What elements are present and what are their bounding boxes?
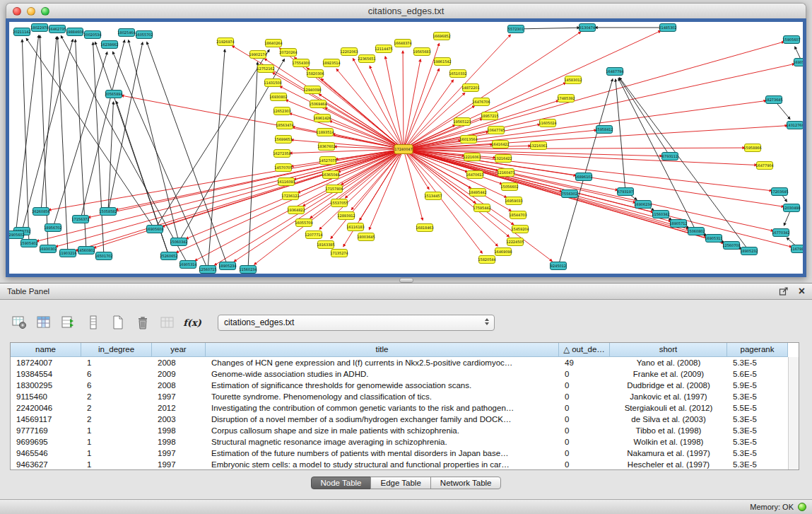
tab-edge-table[interactable]: Edge Table — [370, 477, 430, 489]
graph-node[interactable]: 15820306 — [306, 70, 324, 78]
graph-node[interactable]: 16055709 — [295, 219, 312, 227]
graph-node[interactable]: 16365048 — [322, 171, 339, 179]
graph-node[interactable]: 15537055 — [330, 199, 348, 207]
graph-node[interactable]: 16905311 — [705, 235, 722, 243]
graph-node[interactable]: 18495442 — [469, 189, 486, 197]
table-row[interactable]: 1938455462009Genome-wide association stu… — [11, 368, 799, 380]
graph-node[interactable]: 18544703 — [509, 211, 526, 219]
graph-node[interactable]: 15459204 — [511, 226, 529, 233]
tab-node-table[interactable]: Node Table — [311, 477, 372, 489]
graph-node[interactable]: 16905314 — [179, 261, 196, 269]
graph-node[interactable]: 17554300 — [292, 59, 310, 67]
network-canvas[interactable]: 1724004712114475166483741956568322365651… — [9, 22, 803, 274]
graph-node[interactable]: 18367602 — [317, 143, 335, 151]
graph-node[interactable]: 12560715 — [199, 266, 216, 274]
table-mode-icon[interactable] — [59, 313, 78, 332]
graph-node[interactable]: 15058582 — [99, 208, 117, 216]
graph-node[interactable]: 17156372 — [71, 216, 89, 223]
graph-node[interactable]: 11893514 — [316, 129, 334, 136]
column-header-out-degree[interactable]: △ out_de… — [559, 343, 610, 357]
graph-node[interactable]: 12652303 — [273, 107, 290, 115]
graph-node[interactable]: 12893912 — [337, 212, 355, 220]
graph-node[interactable]: 19364822 — [287, 206, 305, 214]
graph-node[interactable]: 12030498 — [782, 204, 800, 212]
graph-node[interactable]: 14560802 — [77, 247, 95, 255]
graph-node[interactable]: 6793197 — [618, 188, 634, 196]
graph-node[interactable]: 12160473 — [497, 169, 514, 177]
close-panel-icon[interactable]: × — [799, 286, 805, 296]
graph-node[interactable]: 14312768 — [786, 122, 803, 129]
graph-node[interactable]: 19884608 — [66, 28, 83, 36]
table-row[interactable]: 911546021997Tourette syndrome. Phenomeno… — [11, 391, 799, 402]
graph-node[interactable]: 18905712 — [669, 220, 687, 228]
graph-node[interactable]: 17203645 — [770, 188, 788, 196]
graph-node[interactable]: 18025464 — [117, 29, 135, 37]
graph-node[interactable]: 14583012 — [564, 76, 582, 84]
graph-node[interactable]: 16055702 — [135, 31, 153, 39]
row-tools-icon[interactable] — [84, 313, 102, 332]
graph-node[interactable]: 12940098 — [303, 86, 321, 94]
graph-node[interactable]: 11560234 — [239, 266, 257, 274]
table-selector-dropdown[interactable]: citations_edges.txt — [218, 315, 495, 331]
panel-splitter-handle[interactable] — [399, 278, 413, 283]
graph-node[interactable]: 15820544 — [478, 256, 495, 264]
graph-node[interactable]: 15905607 — [782, 36, 800, 44]
graph-node[interactable]: 8130474 — [579, 24, 596, 32]
table-row[interactable]: 1830029562008Estimation of significance … — [11, 380, 799, 391]
graph-node[interactable]: 22365651 — [358, 55, 375, 63]
graph-node[interactable]: 16272358 — [273, 150, 290, 158]
table-row[interactable]: 969969511998Structural magnetic resonanc… — [11, 436, 799, 448]
graph-node[interactable]: 17135274 — [330, 250, 348, 257]
graph-node[interactable]: 18022978 — [30, 24, 48, 32]
table-row[interactable]: 946362711997Embryonic stem cells: a mode… — [11, 459, 799, 470]
table-row[interactable]: 1456911722003Disruption of a novel membe… — [11, 414, 799, 425]
graph-node[interactable]: 16905608 — [146, 226, 163, 233]
graph-node[interactable]: 20720264 — [279, 49, 297, 57]
column-header-title[interactable]: title — [206, 343, 559, 357]
graph-node[interactable]: 16476706 — [472, 98, 490, 106]
graph-node[interactable]: 16896102 — [575, 173, 592, 181]
graph-node[interactable]: 12202063 — [340, 48, 358, 56]
graph-node[interactable]: 26260856 — [32, 208, 49, 216]
graph-node[interactable]: 17240047 — [394, 145, 413, 154]
graph-node[interactable]: 17236122 — [281, 192, 299, 200]
column-header-in-degree[interactable]: in_degree — [81, 343, 152, 357]
graph-node[interactable]: 18905232 — [740, 247, 758, 255]
graph-node[interactable]: 18003645 — [357, 233, 375, 241]
graph-node[interactable]: 12752162 — [257, 65, 274, 73]
table-vertical-scrollbar[interactable] — [788, 357, 799, 469]
graph-node[interactable]: 18957215 — [481, 112, 498, 120]
delete-column-icon[interactable] — [134, 313, 152, 332]
function-builder-icon[interactable]: f(x) — [183, 313, 201, 332]
graph-node[interactable]: 21485302 — [659, 24, 676, 32]
window-titlebar[interactable]: citations_edges.txt — [6, 3, 806, 18]
table-row[interactable]: 946554611997Estimation of the future num… — [11, 448, 799, 459]
tab-network-table[interactable]: Network Table — [430, 477, 502, 489]
graph-node[interactable]: 13216422 — [494, 155, 512, 163]
graph-node[interactable]: 16906234 — [634, 201, 652, 209]
graph-node[interactable]: 16477904 — [755, 162, 773, 170]
graph-node[interactable]: 16462735 — [48, 25, 66, 33]
graph-node[interactable]: 12560708 — [722, 242, 740, 250]
graph-node[interactable]: 18563474 — [276, 122, 293, 129]
graph-node[interactable]: 19902174 — [249, 51, 266, 59]
create-column-icon[interactable] — [109, 313, 127, 332]
graph-node[interactable]: 20565894 — [105, 90, 122, 98]
graph-node[interactable]: 16116183 — [346, 223, 364, 231]
graph-node[interactable]: 19861542 — [433, 58, 451, 66]
zoom-window-button[interactable] — [41, 7, 49, 16]
graph-node[interactable]: 5572301 — [508, 25, 524, 33]
graph-node[interactable]: 16013564 — [459, 136, 477, 144]
float-panel-icon[interactable] — [779, 286, 789, 296]
graph-node[interactable]: 15134457 — [424, 192, 442, 200]
graph-node[interactable]: 11679802 — [790, 245, 803, 253]
graph-node[interactable]: 6793112 — [662, 153, 678, 160]
graph-node[interactable]: 11431508 — [264, 79, 281, 87]
table-row[interactable]: 2242004622012Investigating the contribut… — [11, 402, 799, 414]
graph-node[interactable]: 18905234 — [218, 262, 236, 270]
graph-node[interactable]: 16696852 — [433, 33, 450, 40]
graph-node[interactable]: 20020534 — [83, 31, 101, 39]
graph-node[interactable]: 12224505 — [506, 238, 524, 246]
graph-node[interactable]: 15056602 — [500, 183, 518, 191]
graph-node[interactable]: 16501702 — [95, 252, 112, 260]
